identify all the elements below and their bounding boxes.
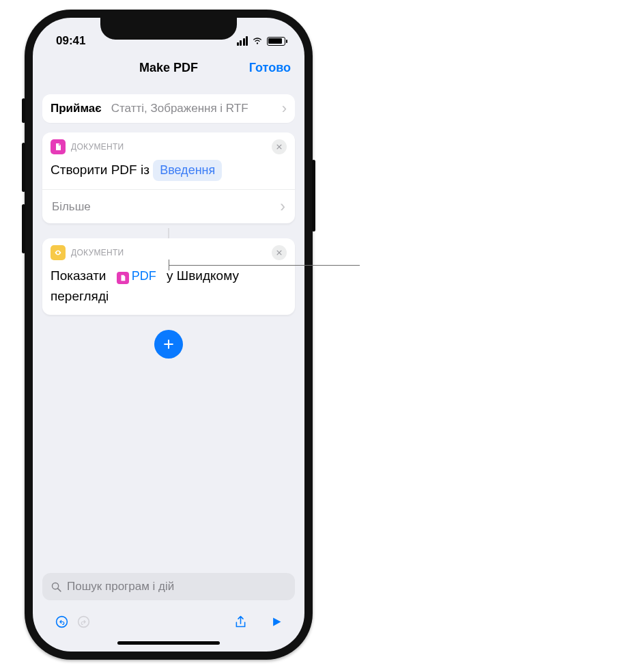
screen: 09:41 Make PDF Готово Приймає Статті, Зо…: [33, 18, 304, 652]
action-card-make-pdf: ДОКУМЕНТИ Створити PDF із Введення Більш…: [42, 132, 295, 223]
volume-up: [22, 143, 25, 192]
action-text: Створити PDF із: [51, 163, 149, 177]
svg-line-1: [58, 588, 61, 591]
chevron-right-icon: ›: [280, 197, 285, 216]
bottom-area: Пошук програм і дій: [33, 573, 304, 652]
mute-switch: [22, 98, 25, 123]
search-placeholder: Пошук програм і дій: [67, 580, 174, 593]
share-button[interactable]: [229, 611, 251, 632]
action-text-before: Показати: [51, 268, 106, 283]
documents-icon: [117, 272, 129, 284]
search-icon: [51, 581, 62, 593]
pdf-variable-token[interactable]: PDF: [110, 266, 163, 287]
documents-icon: [51, 139, 66, 154]
search-field[interactable]: Пошук програм і дій: [42, 573, 295, 600]
clock: 09:41: [56, 34, 85, 48]
done-button[interactable]: Готово: [249, 61, 291, 75]
battery-icon: [267, 37, 285, 46]
editor-content: Приймає Статті, Зображення і RTF › ДОКУМ…: [33, 83, 304, 573]
delete-action-button[interactable]: [272, 139, 287, 154]
action-card-quicklook: ДОКУМЕНТИ Показати PDF у Швидкому перегл…: [42, 238, 295, 315]
power-button: [312, 160, 315, 232]
input-token[interactable]: Введення: [153, 160, 222, 181]
accepts-label: Приймає: [51, 102, 102, 115]
add-action-button[interactable]: [154, 330, 183, 359]
action-title: Показати PDF у Швидкому перегляді: [42, 260, 295, 315]
page-title: Make PDF: [139, 61, 198, 75]
cellular-icon: [237, 36, 248, 46]
action-category: ДОКУМЕНТИ: [71, 142, 124, 152]
show-more-label: Більше: [52, 200, 91, 214]
wifi-icon: [251, 36, 263, 46]
action-title: Створити PDF із Введення: [42, 154, 295, 189]
action-category: ДОКУМЕНТИ: [71, 248, 124, 257]
undo-button[interactable]: [51, 611, 72, 632]
home-indicator[interactable]: [117, 641, 220, 645]
accepts-row[interactable]: Приймає Статті, Зображення і RTF ›: [42, 94, 295, 123]
redo-button[interactable]: [72, 611, 94, 632]
toolbar: [42, 606, 295, 637]
volume-down: [22, 204, 25, 253]
show-more-row[interactable]: Більше ›: [42, 189, 295, 223]
play-button[interactable]: [265, 611, 287, 632]
quicklook-icon: [51, 245, 66, 260]
accepts-value: Статті, Зображення і RTF: [111, 102, 278, 115]
delete-action-button[interactable]: [272, 245, 287, 260]
notch: [100, 18, 237, 40]
nav-bar: Make PDF Готово: [33, 52, 304, 83]
chevron-right-icon: ›: [282, 100, 287, 117]
phone-frame: 09:41 Make PDF Готово Приймає Статті, Зо…: [25, 10, 313, 660]
